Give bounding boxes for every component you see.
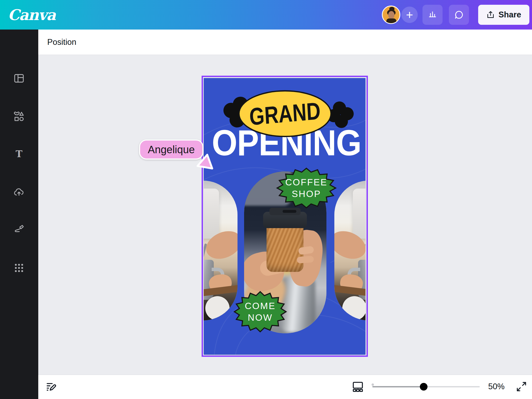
side-bar: T	[0, 30, 38, 399]
draw-pen-icon	[13, 223, 25, 235]
sidebar-item-apps[interactable]	[11, 259, 27, 276]
elements-shapes-icon	[13, 110, 25, 123]
collaborator-label: Angelique	[139, 140, 203, 160]
collaborator-name: Angelique	[148, 144, 195, 156]
zoom-slider-detent	[372, 383, 374, 386]
pages-view-button[interactable]	[350, 379, 365, 394]
fullscreen-button[interactable]	[514, 379, 529, 394]
collaborator-cursor-icon	[197, 154, 213, 170]
come-now-badge[interactable]: COME NOW	[233, 291, 287, 333]
context-toolbar: Position	[38, 30, 532, 55]
photo-barista-right	[334, 181, 365, 320]
position-label[interactable]: Position	[47, 37, 76, 47]
plus-icon: +	[406, 9, 413, 21]
share-upload-icon	[486, 11, 495, 19]
insights-button[interactable]	[422, 5, 443, 25]
design-templates-icon	[13, 72, 25, 84]
text-icon: T	[13, 148, 25, 160]
badge-label: COME NOW	[233, 291, 287, 333]
grand-ellipse-sticker[interactable]: GRAND	[238, 90, 332, 137]
photo-frame-left[interactable]	[204, 181, 238, 320]
expand-arrows-icon	[516, 381, 527, 392]
svg-text:T: T	[16, 149, 22, 159]
notes-button[interactable]	[44, 379, 59, 394]
comment-bubble-icon	[454, 9, 464, 20]
zoom-slider-fill	[372, 386, 423, 387]
grand-text[interactable]: GRAND	[249, 97, 321, 131]
sidebar-item-uploads[interactable]	[11, 184, 27, 201]
avatar[interactable]	[382, 6, 400, 24]
photo-barista-left	[204, 181, 238, 320]
comments-button[interactable]	[449, 5, 469, 25]
sidebar-item-text[interactable]: T	[11, 146, 27, 162]
add-member-button[interactable]: +	[401, 7, 418, 23]
coffee-shop-badge[interactable]: COFFEE SHOP	[276, 167, 337, 209]
top-bar: Canva + Share	[0, 0, 532, 30]
zoom-slider-thumb[interactable]	[420, 383, 428, 391]
share-label: Share	[498, 10, 521, 20]
photo-frame-right[interactable]	[334, 181, 365, 320]
cloud-upload-icon	[13, 186, 25, 198]
apps-grid-icon	[13, 262, 25, 274]
avatar-shoulders	[386, 18, 396, 24]
avatar-face	[388, 11, 395, 19]
canva-editor: Canva + Share	[0, 0, 532, 399]
bar-chart-icon	[428, 10, 438, 20]
notes-pencil-icon	[45, 381, 57, 393]
design-page[interactable]: OPENING	[204, 78, 365, 355]
sidebar-item-elements[interactable]	[11, 108, 27, 125]
badge-label: COFFEE SHOP	[276, 167, 337, 209]
sidebar-item-design[interactable]	[11, 70, 27, 87]
share-button[interactable]: Share	[478, 5, 529, 25]
pages-grid-icon	[352, 381, 364, 393]
canva-logo[interactable]: Canva	[8, 5, 55, 25]
zoom-level-label[interactable]: 50%	[484, 381, 508, 392]
sidebar-item-draw[interactable]	[11, 221, 27, 238]
